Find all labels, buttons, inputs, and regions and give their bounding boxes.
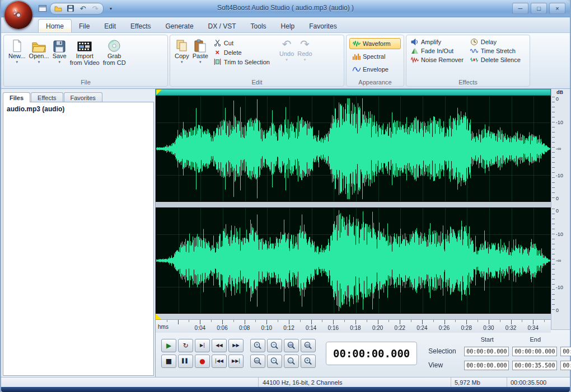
skip-to-end-button[interactable]: ▶▶| (228, 355, 244, 368)
tab-edit[interactable]: Edit (97, 20, 123, 32)
zoom-out-vertical-button[interactable]: − (267, 355, 282, 368)
delay-button[interactable]: Delay (469, 38, 522, 46)
selection-marker-top[interactable] (156, 89, 162, 95)
stop-button[interactable]: ■ (161, 355, 176, 368)
new-file-icon (11, 38, 23, 53)
fade-in-out-button[interactable]: Fade In/Out (409, 47, 465, 55)
selection-length-input[interactable] (560, 347, 571, 356)
trim-icon (213, 58, 222, 66)
ribbon-group-edit: Copy ▾ Paste ▾ Cut × Delete (170, 35, 344, 87)
timeline-tick-label: 0:06 (217, 325, 227, 331)
app-window-icon[interactable] (37, 4, 48, 13)
selection-marker-bottom[interactable] (156, 314, 161, 319)
maximize-button[interactable]: □ (531, 3, 547, 14)
undo-quick-icon[interactable]: ↶ (77, 4, 88, 13)
skip-to-start-button[interactable]: |◀◀ (212, 355, 227, 368)
tab-favorites[interactable]: Favorites (302, 20, 344, 32)
new-button[interactable]: New... ▾ (7, 37, 27, 64)
tab-generate[interactable]: Generate (158, 20, 201, 32)
tab-tools[interactable]: Tools (244, 20, 274, 32)
paste-button[interactable]: Paste ▾ (191, 37, 210, 64)
save-dropdown-icon[interactable]: ▾ (58, 60, 60, 63)
zoom-horizontal-button[interactable]: ↔ (284, 355, 299, 368)
new-dropdown-icon[interactable]: ▾ (16, 60, 18, 63)
waveform-channel-2[interactable] (156, 207, 551, 314)
redo-quick-icon[interactable]: ↷ (90, 4, 101, 13)
copy-button[interactable]: Copy ▾ (173, 37, 191, 64)
amplify-button[interactable]: Amplify (409, 38, 465, 46)
grab-from-cd-button[interactable]: Grab from CD (101, 37, 128, 67)
amplify-icon (410, 38, 419, 46)
db-ruler: dB 0-10-∞-100 0-10-∞-100 (551, 89, 570, 329)
group-label-edit: Edit (170, 79, 344, 86)
delete-button[interactable]: × Delete (212, 48, 271, 56)
file-list-item[interactable]: audio.mp3 (audio) (3, 102, 153, 116)
record-button[interactable]: ● (195, 355, 210, 368)
timeline-tick-label: 0:08 (239, 325, 250, 331)
trim-to-selection-button[interactable]: Trim to Selection (212, 58, 271, 66)
envelope-view-button[interactable]: Envelope (349, 64, 401, 75)
timeline-tick-label: 0:24 (416, 325, 427, 331)
delete-silence-button[interactable]: Delete Silence (469, 56, 522, 64)
qat-dropdown-icon[interactable]: ▾ (105, 4, 116, 13)
paste-icon (194, 38, 207, 53)
redo-icon: ↷ (300, 38, 310, 50)
open-folder-icon (32, 38, 46, 53)
pause-button[interactable]: ▌▌ (178, 355, 193, 368)
timeline-tick (422, 320, 423, 324)
save-button[interactable]: Save ▾ (51, 37, 68, 64)
spectral-view-button[interactable]: Spectral (349, 51, 401, 62)
title-bar[interactable]: ↶ ↷ ▾ Soft4Boost Audio Studio ( audio.mp… (1, 0, 570, 17)
paste-dropdown-icon[interactable]: ▾ (199, 60, 202, 63)
view-length-input[interactable] (560, 361, 571, 370)
zoom-out-button[interactable]: − (267, 339, 282, 352)
timeline-tick (511, 320, 512, 324)
selection-end-input[interactable] (512, 347, 557, 356)
sidebar-tab-effects[interactable]: Effects (31, 92, 63, 102)
selection-start-input[interactable] (464, 347, 509, 356)
time-stretch-button[interactable]: Time Stretch (469, 47, 522, 55)
noise-remover-button[interactable]: Noise Remover (409, 56, 465, 64)
import-from-video-button[interactable]: Import from Video (68, 37, 101, 67)
view-start-input[interactable] (464, 361, 509, 370)
redo-button[interactable]: ↷ Redo ▾ (296, 37, 313, 62)
loop-button[interactable]: ↻ (178, 339, 193, 352)
close-button[interactable]: × (549, 3, 565, 14)
play-button[interactable]: ▶ (161, 339, 176, 352)
open-dropdown-icon[interactable]: ▾ (38, 60, 40, 63)
overview-scrollbar[interactable] (156, 89, 551, 96)
editor-column: hms 0:040:060:080:100:120:140:160:180:20… (156, 89, 570, 377)
play-selection-button[interactable]: ▶| (195, 339, 210, 352)
save-quick-icon[interactable] (65, 4, 76, 13)
sidebar-tab-favorites[interactable]: Favorites (64, 92, 102, 102)
tab-dx-vst[interactable]: DX / VST (201, 20, 244, 32)
undo-button[interactable]: ↶ Undo ▾ (278, 37, 296, 62)
tab-file[interactable]: File (72, 20, 97, 32)
minimize-button[interactable]: ─ (512, 3, 528, 14)
cd-icon (107, 38, 121, 53)
tab-effects[interactable]: Effects (123, 20, 158, 32)
rewind-button[interactable]: ◀◀ (212, 339, 227, 352)
timeline-tick (344, 320, 345, 322)
open-quick-icon[interactable] (53, 4, 64, 13)
tab-help[interactable]: Help (274, 20, 302, 32)
zoom-out-full-button[interactable]: ▭ (250, 355, 265, 368)
tab-home[interactable]: Home (38, 19, 72, 32)
scissors-icon (213, 39, 222, 47)
time-ruler[interactable]: hms 0:040:060:080:100:120:140:160:180:20… (156, 319, 551, 333)
waveform-view-button[interactable]: Waveform (349, 38, 401, 49)
zoom-in-button[interactable]: + (250, 339, 265, 352)
cut-button[interactable]: Cut (212, 39, 271, 47)
view-end-input[interactable] (512, 361, 557, 370)
zoom-100-button[interactable]: 100 (284, 339, 299, 352)
zoom-in-vertical-button[interactable]: + (301, 355, 316, 368)
zoom-selection-button[interactable]: ▭ (301, 339, 316, 352)
waveform-channel-1[interactable] (156, 96, 551, 202)
copy-dropdown-icon[interactable]: ▾ (181, 60, 183, 63)
sidebar-tab-files[interactable]: Files (3, 92, 30, 102)
timeline-tick (233, 320, 234, 322)
app-logo-icon[interactable] (4, 1, 32, 29)
open-button[interactable]: Open... ▾ (27, 37, 51, 64)
fast-forward-button[interactable]: ▶▶ (228, 339, 244, 352)
timeline-tick-label: 0:22 (395, 325, 405, 331)
